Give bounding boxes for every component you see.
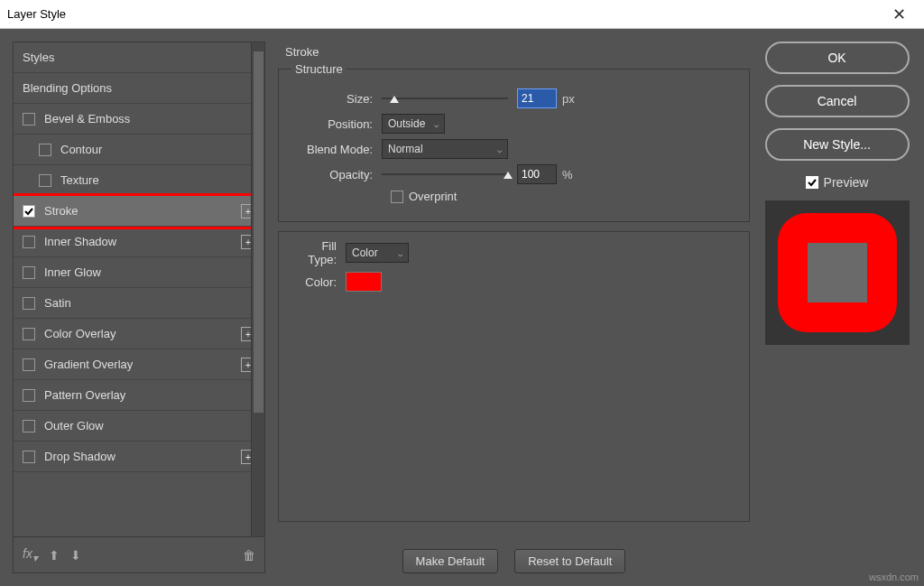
fill-fieldset: Fill Type: Color ⌵ Color: [278, 231, 750, 522]
panel-title: Stroke [278, 42, 750, 62]
size-unit: px [562, 92, 575, 106]
dropdown-value: Normal [388, 143, 423, 155]
label: Contour [60, 143, 102, 156]
checkbox-icon[interactable] [23, 358, 35, 371]
new-style-button[interactable]: New Style... [765, 128, 910, 161]
scrollbar-thumb[interactable] [254, 51, 263, 413]
trash-icon[interactable]: 🗑 [243, 548, 255, 563]
sidebar-header-styles[interactable]: Styles [14, 42, 264, 73]
structure-fieldset: Structure Size: px Position: Outside ⌵ [278, 62, 750, 222]
opacity-input[interactable] [517, 164, 557, 184]
preview-checkbox[interactable] [806, 176, 818, 189]
fx-icon[interactable]: fx▾ [23, 546, 38, 564]
sidebar-item-stroke[interactable]: Stroke + [14, 196, 264, 227]
dropdown-value: Color [352, 246, 378, 259]
sidebar-footer: fx▾ ⬆ ⬇ 🗑 [14, 536, 264, 572]
down-arrow-icon[interactable]: ⬇ [70, 548, 81, 563]
opacity-row: Opacity: % [291, 164, 736, 184]
sidebar-item-inner-glow[interactable]: Inner Glow [14, 257, 264, 288]
slider-thumb-icon[interactable] [389, 94, 400, 105]
sidebar-item-satin[interactable]: Satin [14, 288, 264, 319]
sidebar-header-blending[interactable]: Blending Options [14, 73, 264, 104]
checkbox-icon[interactable] [23, 420, 35, 433]
opacity-label: Opacity: [291, 168, 382, 181]
checkbox-icon[interactable] [39, 174, 51, 187]
sidebar-item-texture[interactable]: Texture [14, 165, 264, 196]
sidebar-item-gradient-overlay[interactable]: Gradient Overlay + [14, 349, 264, 380]
position-dropdown[interactable]: Outside ⌵ [382, 114, 445, 134]
titlebar: Layer Style ✕ [0, 0, 924, 29]
label: Pattern Overlay [44, 388, 125, 402]
svg-marker-1 [504, 172, 513, 179]
position-row: Position: Outside ⌵ [291, 114, 736, 134]
close-icon[interactable]: ✕ [882, 5, 917, 24]
preview-inner-shape [808, 243, 867, 302]
label: Color Overlay [44, 327, 116, 340]
preview-stroke-shape [778, 213, 897, 332]
overprint-label: Overprint [409, 190, 457, 203]
svg-marker-0 [390, 96, 399, 103]
preview-toggle-row: Preview [806, 175, 869, 190]
make-default-button[interactable]: Make Default [402, 549, 499, 573]
label: Drop Shadow [44, 450, 116, 463]
chevron-down-icon: ⌵ [497, 145, 502, 154]
ok-button[interactable]: OK [765, 42, 910, 74]
sidebar-item-bevel[interactable]: Bevel & Emboss [14, 104, 264, 135]
layer-style-dialog: Layer Style ✕ Styles Blending Options Be… [0, 0, 924, 586]
stroke-panel: Stroke Structure Size: px Position: Outs… [278, 42, 750, 573]
checkbox-icon[interactable] [23, 113, 35, 126]
label: Styles [23, 51, 54, 64]
sidebar-item-pattern-overlay[interactable]: Pattern Overlay [14, 380, 264, 411]
cancel-button[interactable]: Cancel [765, 85, 910, 117]
checkbox-icon[interactable] [23, 451, 35, 463]
reset-default-button[interactable]: Reset to Default [514, 549, 625, 573]
checkbox-icon[interactable] [23, 236, 35, 248]
watermark: wsxdn.com [869, 572, 919, 582]
size-slider[interactable] [382, 92, 508, 105]
label: Satin [44, 296, 71, 310]
label: Inner Glow [44, 265, 101, 279]
slider-thumb-icon[interactable] [503, 170, 513, 181]
label: Bevel & Emboss [44, 112, 130, 126]
sidebar-item-outer-glow[interactable]: Outer Glow [14, 411, 264, 442]
dropdown-value: Outside [388, 117, 425, 130]
styles-list: Styles Blending Options Bevel & Emboss C… [14, 42, 264, 536]
structure-legend: Structure [291, 62, 346, 76]
checkbox-icon[interactable] [23, 389, 35, 402]
preview-thumbnail [765, 200, 910, 345]
scrollbar[interactable] [251, 42, 264, 536]
blendmode-dropdown[interactable]: Normal ⌵ [382, 139, 508, 159]
sidebar-item-color-overlay[interactable]: Color Overlay + [14, 319, 264, 349]
filltype-row: Fill Type: Color ⌵ [291, 239, 736, 266]
sidebar-item-inner-shadow[interactable]: Inner Shadow + [14, 227, 264, 257]
opacity-slider[interactable] [382, 168, 508, 181]
checkbox-icon[interactable] [39, 144, 51, 156]
checkbox-icon[interactable] [23, 297, 35, 310]
up-arrow-icon[interactable]: ⬆ [49, 548, 60, 563]
chevron-down-icon: ⌵ [434, 120, 439, 129]
label: Inner Shadow [44, 235, 116, 248]
sidebar-item-drop-shadow[interactable]: Drop Shadow + [14, 442, 264, 472]
filltype-dropdown[interactable]: Color ⌵ [346, 243, 409, 263]
color-row: Color: [291, 272, 736, 292]
checkbox-icon[interactable] [23, 205, 35, 218]
size-input[interactable] [517, 88, 557, 108]
color-label: Color: [291, 275, 346, 289]
color-swatch[interactable] [346, 272, 382, 292]
chevron-down-icon: ⌵ [398, 249, 402, 258]
checkbox-icon[interactable] [23, 266, 35, 279]
filltype-label: Fill Type: [291, 239, 346, 266]
label: Gradient Overlay [44, 358, 133, 371]
overprint-checkbox[interactable] [391, 191, 403, 203]
styles-sidebar: Styles Blending Options Bevel & Emboss C… [13, 42, 265, 573]
blendmode-label: Blend Mode: [291, 143, 382, 156]
size-row: Size: px [291, 88, 736, 108]
opacity-unit: % [562, 168, 573, 181]
preview-label: Preview [824, 175, 869, 190]
checkbox-icon[interactable] [23, 328, 35, 340]
blendmode-row: Blend Mode: Normal ⌵ [291, 139, 736, 159]
label: Outer Glow [44, 419, 104, 433]
position-label: Position: [291, 117, 382, 131]
default-buttons: Make Default Reset to Default [278, 549, 750, 573]
sidebar-item-contour[interactable]: Contour [14, 135, 264, 165]
